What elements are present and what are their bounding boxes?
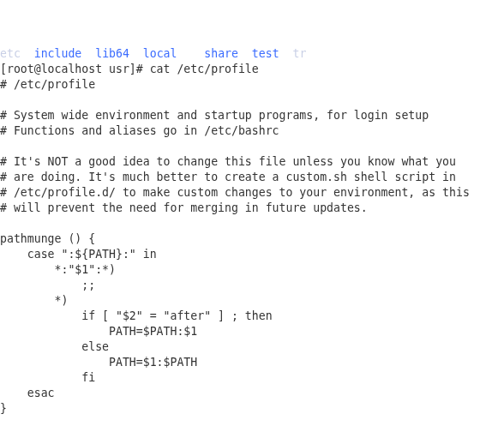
file-line: # are doing. It's much better to create … (0, 171, 456, 183)
file-line: pathmunge () { (0, 232, 95, 245)
file-line: # System wide environment and startup pr… (0, 109, 429, 122)
file-line: # /etc/profile.d/ to make custom changes… (0, 186, 470, 199)
file-line: PATH=$PATH:$1 (0, 325, 197, 338)
file-line: *) (0, 294, 68, 307)
file-line: case ":${PATH}:" in (0, 248, 157, 261)
file-line: ;; (0, 279, 95, 291)
file-line: if [ "$2" = "after" ] ; then (0, 309, 273, 322)
file-line: # It's NOT a good idea to change this fi… (0, 155, 456, 168)
file-line: esac (0, 387, 55, 399)
file-line: fi (0, 371, 95, 384)
file-line: # will prevent the need for merging in f… (0, 201, 368, 214)
file-line: *:"$1":*) (0, 263, 116, 276)
file-line: else (0, 340, 109, 353)
shell-prompt-line: [root@localhost usr]# cat /etc/profile (0, 63, 259, 75)
ls-fragment-line: etc include lib64 local share test tr (0, 47, 306, 60)
file-line: PATH=$1:$PATH (0, 356, 197, 369)
file-line: # /etc/profile (0, 78, 95, 91)
terminal-output[interactable]: etc include lib64 local share test tr [r… (0, 46, 504, 444)
file-line: # Functions and aliases go in /etc/bashr… (0, 124, 279, 137)
file-line: } (0, 402, 7, 415)
